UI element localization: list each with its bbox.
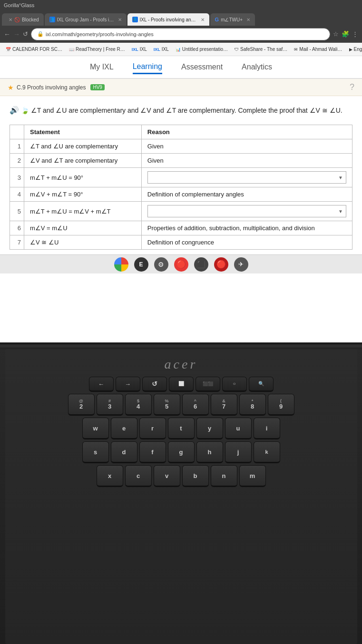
key-f[interactable]: f xyxy=(139,441,166,463)
key-hash-3[interactable]: #3 xyxy=(97,394,123,416)
bookmark-slides[interactable]: 📊 Untitled presentatio… xyxy=(174,46,230,53)
bookmark-icon[interactable]: ☆ xyxy=(333,30,339,38)
bookmark-ixl1[interactable]: IXL IXL xyxy=(130,46,149,53)
key-y[interactable]: y xyxy=(196,418,223,439)
nav-assessment[interactable]: Assessment xyxy=(181,61,223,73)
bookmark-readtheory[interactable]: 📖 ReadTheory | Free R… xyxy=(67,46,127,53)
tab-ixl-proofs[interactable]: 📘 IXL - Proofs involving angles (… ✕ xyxy=(127,13,209,26)
key-t[interactable]: t xyxy=(168,418,195,439)
key-back[interactable]: ← xyxy=(89,377,114,392)
key-fullscreen[interactable]: ⬜ xyxy=(169,377,194,392)
key-i[interactable]: i xyxy=(254,418,280,439)
address-input[interactable]: 🔒 ixl.com/math/geometry/proofs-involving… xyxy=(31,28,330,40)
key-d[interactable]: d xyxy=(111,441,137,463)
key-paren-9[interactable]: (9 xyxy=(268,394,294,416)
key-b[interactable]: b xyxy=(182,465,209,487)
tab-close-icon-2[interactable]: ✕ xyxy=(118,17,122,22)
key-at-2[interactable]: @2 xyxy=(68,394,95,416)
keyboard: ← → ↺ ⬜ ⬛⬛ ○ 🔍 @2 #3 $4 %5 ^6 &7 *8 (9 xyxy=(9,377,353,487)
key-brightness-down[interactable]: ○ xyxy=(222,377,247,392)
problem-statement: 🔊 🍃 ∠T and ∠U are complementary and ∠V a… xyxy=(10,105,352,116)
tab-bar: ✕ 🚫 Blocked 📘 IXL Group Jam - Proofs inv… xyxy=(0,10,362,26)
bookmark-ixl2[interactable]: IXL IXL xyxy=(152,46,171,53)
tab-google[interactable]: G m∠TWU+ ✕ xyxy=(210,13,255,26)
tab-blocked[interactable]: ✕ 🚫 Blocked xyxy=(2,13,44,26)
menu-icon[interactable]: ⋮ xyxy=(352,30,358,38)
url-text: ixl.com/math/geometry/proofs-involving-a… xyxy=(46,31,154,37)
statement-3: m∠T + m∠U = 90° xyxy=(24,168,142,187)
key-dollar-4[interactable]: $4 xyxy=(125,394,152,416)
key-j[interactable]: j xyxy=(225,441,252,463)
hint-icon[interactable]: 🍃 xyxy=(21,107,29,114)
qwerty-row: w e r t y u i xyxy=(14,418,349,439)
col-header-statement: Statement xyxy=(24,125,142,139)
chevron-down-icon-3: ▼ xyxy=(338,175,343,180)
key-s[interactable]: s xyxy=(82,441,109,463)
reason-3-dropdown[interactable]: ▼ xyxy=(147,171,346,184)
key-w[interactable]: w xyxy=(82,418,109,439)
key-e[interactable]: e xyxy=(111,418,137,439)
help-icon[interactable]: ? xyxy=(350,82,354,92)
tab-close-icon-4[interactable]: ✕ xyxy=(246,17,250,22)
reason-5-dropdown-cell[interactable]: ▼ xyxy=(141,202,352,221)
main-content: 🔊 🍃 ∠T and ∠U are complementary and ∠V a… xyxy=(0,96,362,254)
reason-3-dropdown-cell[interactable]: ▼ xyxy=(141,168,352,187)
key-n[interactable]: n xyxy=(211,465,237,487)
taskbar-red-icon-1[interactable]: 🔴 xyxy=(174,257,188,272)
key-amp-7[interactable]: &7 xyxy=(211,394,237,416)
taskbar-screen-icon[interactable]: ⬛ xyxy=(194,257,208,272)
key-v[interactable]: v xyxy=(154,465,180,487)
key-h[interactable]: h xyxy=(196,441,223,463)
key-percent-5[interactable]: %5 xyxy=(154,394,180,416)
key-k[interactable]: k xyxy=(254,441,280,463)
key-c[interactable]: c xyxy=(125,465,152,487)
bookmark-safeshare[interactable]: 🛡 SafeShare - The saf… xyxy=(233,46,289,53)
key-caret-6[interactable]: ^6 xyxy=(182,394,209,416)
key-m[interactable]: m xyxy=(239,465,266,487)
key-star-8[interactable]: *8 xyxy=(239,394,266,416)
star-icon[interactable]: ★ xyxy=(8,84,14,91)
breadcrumb-bar: ★ C.9 Proofs involving angles HV9 ? xyxy=(0,79,362,96)
key-overview[interactable]: ⬛⬛ xyxy=(196,377,220,392)
key-x[interactable]: x xyxy=(97,465,123,487)
key-brightness-up[interactable]: 🔍 xyxy=(249,377,274,392)
audio-icon[interactable]: 🔊 xyxy=(10,106,19,114)
reason-6: Properties of addition, subtraction, mul… xyxy=(141,221,352,235)
key-r[interactable]: r xyxy=(139,418,166,439)
tab-group-jam[interactable]: 📘 IXL Group Jam - Proofs invol… ✕ xyxy=(45,13,127,26)
tab-group-jam-label: IXL Group Jam - Proofs invol… xyxy=(57,17,114,22)
nav-my-ixl[interactable]: My IXL xyxy=(90,61,114,73)
screen: Gorilla°Glass ✕ 🚫 Blocked 📘 IXL Group Ja… xyxy=(0,0,362,342)
taskbar-e-icon[interactable]: E xyxy=(134,257,148,272)
key-refresh[interactable]: ↺ xyxy=(142,377,167,392)
nav-analytics[interactable]: Analytics xyxy=(242,61,272,73)
bookmark-english[interactable]: ▶ English Conversat xyxy=(347,46,362,53)
bookmark-safeshare-label: SafeShare - The saf… xyxy=(240,47,287,52)
key-forward[interactable]: → xyxy=(116,377,140,392)
taskbar-settings-icon[interactable]: ⚙ xyxy=(154,257,168,272)
bookmark-ixl2-label: IXL xyxy=(162,47,169,52)
tab-close-icon-3[interactable]: ✕ xyxy=(201,17,205,22)
bookmark-calendar[interactable]: 📅 CALENDAR FOR SC… xyxy=(4,46,64,53)
bookmark-mail[interactable]: ✉ Mail - Ahmad Wali… xyxy=(292,46,344,53)
bookmark-mail-icon: ✉ xyxy=(294,47,298,52)
reload-icon[interactable]: ↺ xyxy=(23,30,28,38)
taskbar-red-icon-2[interactable]: 🔴 xyxy=(214,257,228,272)
statement-4: m∠V + m∠T = 90° xyxy=(24,187,142,202)
bookmark-safeshare-icon: 🛡 xyxy=(235,47,239,52)
key-g[interactable]: g xyxy=(168,441,195,463)
table-row: 3 m∠T + m∠U = 90° ▼ xyxy=(10,168,352,187)
chevron-down-icon-5: ▼ xyxy=(338,209,343,214)
nav-forward-icon[interactable]: → xyxy=(13,30,20,38)
bookmark-calendar-label: CALENDAR FOR SC… xyxy=(12,47,62,52)
taskbar-plane-icon[interactable]: ✈ xyxy=(234,257,248,272)
statement-1: ∠T and ∠U are complementary xyxy=(24,139,142,154)
key-u[interactable]: u xyxy=(225,418,252,439)
extensions-icon[interactable]: 🧩 xyxy=(342,30,349,38)
reason-5-dropdown[interactable]: ▼ xyxy=(147,205,346,217)
nav-back-icon[interactable]: ← xyxy=(4,30,10,38)
taskbar-chrome-icon[interactable] xyxy=(114,257,128,272)
number-key-row: @2 #3 $4 %5 ^6 &7 *8 (9 xyxy=(14,394,349,416)
tab-close-icon[interactable]: ✕ xyxy=(9,17,12,22)
nav-learning[interactable]: Learning xyxy=(133,60,162,74)
